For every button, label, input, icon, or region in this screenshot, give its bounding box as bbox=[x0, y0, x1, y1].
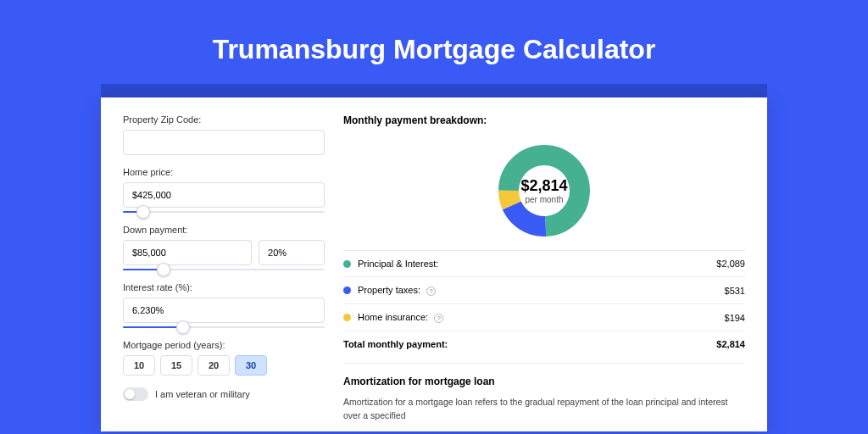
down-payment-label: Down payment: bbox=[123, 225, 325, 235]
home-price-label: Home price: bbox=[123, 167, 325, 177]
term-option-10[interactable]: 10 bbox=[123, 355, 155, 376]
slider-thumb[interactable] bbox=[157, 263, 170, 276]
breakdown-label: Property taxes: ? bbox=[358, 285, 725, 296]
term-group: Mortgage period (years): 10 15 20 30 bbox=[123, 340, 325, 376]
breakdown-column: Monthly payment breakdown: $2,814 per mo… bbox=[343, 114, 745, 423]
home-price-group: Home price: $425,000 bbox=[123, 167, 325, 213]
interest-rate-group: Interest rate (%): 6.230% bbox=[123, 282, 325, 328]
breakdown-value: $2,089 bbox=[716, 259, 745, 269]
interest-rate-slider[interactable] bbox=[123, 326, 325, 328]
amortization-text: Amortization for a mortgage loan refers … bbox=[343, 396, 745, 423]
slider-thumb[interactable] bbox=[136, 205, 150, 219]
donut-sub: per month bbox=[520, 195, 567, 204]
page: Trumansburg Mortgage Calculator Property… bbox=[0, 0, 868, 431]
breakdown-value: $531 bbox=[725, 286, 745, 296]
down-payment-group: Down payment: $85,000 20% bbox=[123, 225, 325, 270]
interest-rate-label: Interest rate (%): bbox=[123, 282, 325, 292]
amortization-title: Amortization for mortgage loan bbox=[343, 376, 745, 387]
legend-dot bbox=[343, 314, 351, 321]
breakdown-label: Home insurance: ? bbox=[358, 312, 725, 323]
down-payment-percent-input[interactable]: 20% bbox=[259, 240, 325, 265]
info-icon[interactable]: ? bbox=[434, 314, 443, 323]
term-option-20[interactable]: 20 bbox=[198, 355, 230, 376]
breakdown-total-row: Total monthly payment: $2,814 bbox=[343, 331, 745, 349]
breakdown-row-taxes: Property taxes: ? $531 bbox=[343, 276, 745, 303]
veteran-row: I am veteran or military bbox=[123, 387, 325, 401]
breakdown-value: $194 bbox=[725, 313, 745, 323]
veteran-toggle[interactable] bbox=[123, 387, 148, 401]
down-payment-slider[interactable] bbox=[123, 269, 325, 270]
home-price-input[interactable]: $425,000 bbox=[123, 182, 325, 208]
legend-dot bbox=[343, 260, 351, 268]
inputs-column: Property Zip Code: Home price: $425,000 … bbox=[123, 114, 325, 423]
donut-amount: $2,814 bbox=[520, 177, 567, 195]
legend-dot bbox=[343, 287, 351, 294]
breakdown-row-principal: Principal & Interest: $2,089 bbox=[343, 250, 745, 276]
total-value: $2,814 bbox=[716, 339, 745, 349]
term-option-30[interactable]: 30 bbox=[235, 355, 267, 376]
veteran-label: I am veteran or military bbox=[155, 389, 250, 399]
page-title: Trumansburg Mortgage Calculator bbox=[0, 34, 868, 65]
interest-rate-input[interactable]: 6.230% bbox=[123, 298, 325, 323]
calculator-card: Property Zip Code: Home price: $425,000 … bbox=[101, 97, 767, 431]
amortization-section: Amortization for mortgage loan Amortizat… bbox=[343, 363, 745, 423]
term-label: Mortgage period (years): bbox=[123, 340, 325, 350]
term-options: 10 15 20 30 bbox=[123, 355, 325, 376]
donut-center: $2,814 per month bbox=[520, 177, 567, 204]
total-label: Total monthly payment: bbox=[343, 339, 716, 349]
breakdown-row-insurance: Home insurance: ? $194 bbox=[343, 303, 745, 331]
down-payment-input[interactable]: $85,000 bbox=[123, 240, 252, 265]
breakdown-title: Monthly payment breakdown: bbox=[343, 114, 745, 126]
zip-input[interactable] bbox=[123, 130, 325, 155]
breakdown-label: Principal & Interest: bbox=[358, 259, 716, 269]
payment-donut-chart: $2,814 per month bbox=[343, 131, 745, 250]
term-option-15[interactable]: 15 bbox=[160, 355, 192, 376]
slider-thumb[interactable] bbox=[176, 320, 190, 334]
info-icon[interactable]: ? bbox=[426, 287, 436, 296]
zip-group: Property Zip Code: bbox=[123, 114, 325, 155]
home-price-slider[interactable] bbox=[123, 211, 325, 213]
zip-label: Property Zip Code: bbox=[123, 114, 325, 125]
